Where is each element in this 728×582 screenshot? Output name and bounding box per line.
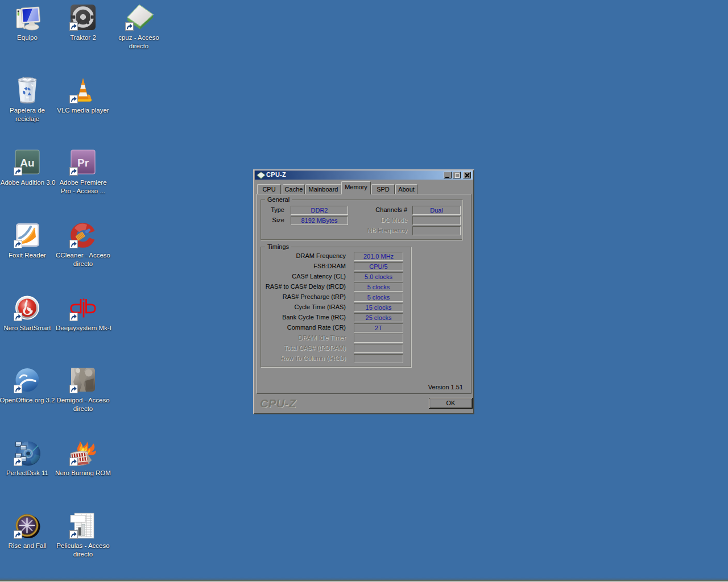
svg-text:Pr: Pr: [77, 157, 89, 169]
svg-text:Au: Au: [20, 157, 34, 169]
